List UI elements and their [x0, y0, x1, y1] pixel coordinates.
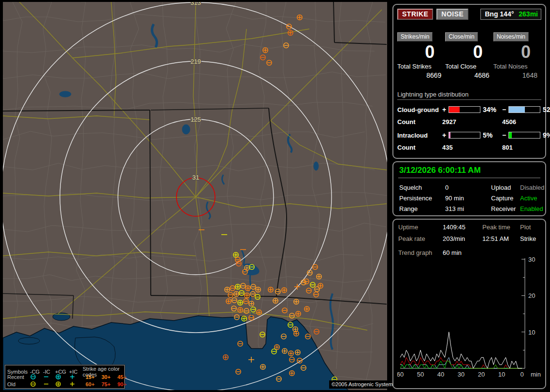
- cloud-ground-counts: Count 2927 4506: [397, 118, 541, 126]
- svg-text:10: 10: [498, 371, 505, 378]
- trend-graph-label: Trend graph60 min: [397, 249, 542, 256]
- cg-neg-icon: [30, 374, 43, 380]
- ic-neg-count: 801: [502, 144, 541, 151]
- distribution-title: Lightning type distribution: [397, 91, 541, 100]
- ic-neg-icon: [43, 381, 55, 388]
- session-grid: Uptime1409:45 Peak timePlot Peak rate203…: [397, 224, 542, 242]
- bearing-label: Bng 144°: [485, 10, 514, 18]
- noises-per-min-chip: Noises/min: [493, 32, 529, 42]
- svg-text:20: 20: [478, 371, 485, 378]
- total-close-value: 4686: [445, 71, 493, 79]
- peak-time-value: 12:51 AM: [482, 235, 520, 242]
- total-noises-value: 1648: [493, 71, 541, 79]
- strike-button[interactable]: STRIKE: [397, 9, 433, 20]
- svg-text:125: 125: [190, 116, 201, 123]
- svg-text:20: 20: [528, 292, 535, 299]
- svg-text:50: 50: [417, 371, 424, 378]
- svg-text:31: 31: [192, 174, 199, 181]
- persistence-value: 90 min: [445, 195, 491, 202]
- ic-neg-icon: [43, 374, 55, 380]
- svg-text:313: 313: [190, 0, 201, 6]
- strikes-per-min-chip: Strikes/min: [397, 32, 433, 42]
- svg-text:min: min: [531, 371, 541, 378]
- settings-grid: Squelch0 UploadDisabled Persistence90 mi…: [398, 184, 540, 212]
- capture-status: Active: [520, 195, 545, 202]
- cg-pos-icon: [55, 381, 69, 388]
- trend-graph: 1020306050403020100min: [397, 257, 543, 379]
- svg-text:60: 60: [397, 371, 404, 378]
- ic-neg-bar: [508, 132, 540, 139]
- cg-neg-bar: [508, 106, 540, 113]
- svg-text:30: 30: [528, 257, 535, 263]
- close-counter: Close/min 0 Total Close 4686: [445, 32, 493, 79]
- copyright-label: ©2005 Astrogenic Systems: [329, 380, 398, 389]
- svg-text:0: 0: [520, 371, 523, 378]
- trend-panel: Uptime1409:45 Peak timePlot Peak rate203…: [392, 219, 546, 389]
- uptime-value: 1409:45: [443, 224, 482, 231]
- bearing-range: 263mi: [519, 10, 538, 18]
- squelch-value: 0: [445, 184, 491, 191]
- receiver-status: Enabled: [520, 205, 545, 212]
- counters-panel: STRIKE NOISE Bng 144° 263mi Strikes/min …: [392, 4, 546, 159]
- ic-pos-count: 435: [442, 144, 502, 151]
- cg-neg-icon: [30, 381, 43, 388]
- upload-status: Disabled: [520, 184, 545, 191]
- bearing-display: Bng 144° 263mi: [480, 9, 541, 20]
- legend-row-old: Old 60+75+90+: [7, 380, 124, 388]
- legend-row-recent: Recent 15+30+45+: [7, 373, 124, 380]
- app-window: 31321912531 Symbols -CG -IC +CG +IC Stri…: [0, 0, 550, 392]
- cg-pos-bar: [449, 106, 480, 113]
- intracloud-counts: Count 435 801: [397, 144, 541, 151]
- svg-text:30: 30: [458, 371, 464, 378]
- strikes-rate-value: 0: [397, 42, 445, 62]
- map-canvas[interactable]: 31321912531: [0, 0, 390, 392]
- peak-rate-value: 203/min: [443, 235, 482, 242]
- range-value: 313 mi: [445, 205, 491, 212]
- cg-pos-count: 2927: [442, 118, 502, 126]
- close-rate-value: 0: [445, 42, 493, 62]
- total-strikes-value: 8669: [397, 71, 445, 79]
- cloud-ground-row: Cloud-ground + 34% − 52%: [397, 106, 541, 113]
- ic-pos-bar: [449, 132, 480, 139]
- cg-neg-count: 4506: [502, 118, 541, 126]
- svg-text:219: 219: [190, 58, 201, 65]
- status-panel: 3/12/2026 6:00:11 AM Squelch0 UploadDisa…: [392, 161, 546, 216]
- ic-pos-icon: [69, 381, 83, 388]
- intracloud-row: Intracloud + 5% − 9%: [397, 131, 541, 139]
- plot-mode-value: Strike: [520, 235, 542, 242]
- noises-counter: Noises/min 0 Total Noises 1648: [493, 32, 541, 79]
- noises-rate-value: 0: [493, 42, 541, 62]
- svg-text:10: 10: [528, 329, 535, 336]
- ic-pos-icon: [69, 374, 83, 380]
- map-panel: 31321912531 Symbols -CG -IC +CG +IC Stri…: [0, 0, 390, 392]
- cg-pos-icon: [55, 374, 69, 380]
- datetime-display: 3/12/2026 6:00:11 AM: [398, 165, 540, 178]
- noise-button[interactable]: NOISE: [436, 9, 468, 20]
- strikes-counter: Strikes/min 0 Total Strikes 8669: [397, 32, 445, 79]
- map-legend: Symbols -CG -IC +CG +IC Strike age color…: [5, 365, 125, 389]
- close-per-min-chip: Close/min: [445, 32, 478, 42]
- svg-text:40: 40: [437, 371, 444, 378]
